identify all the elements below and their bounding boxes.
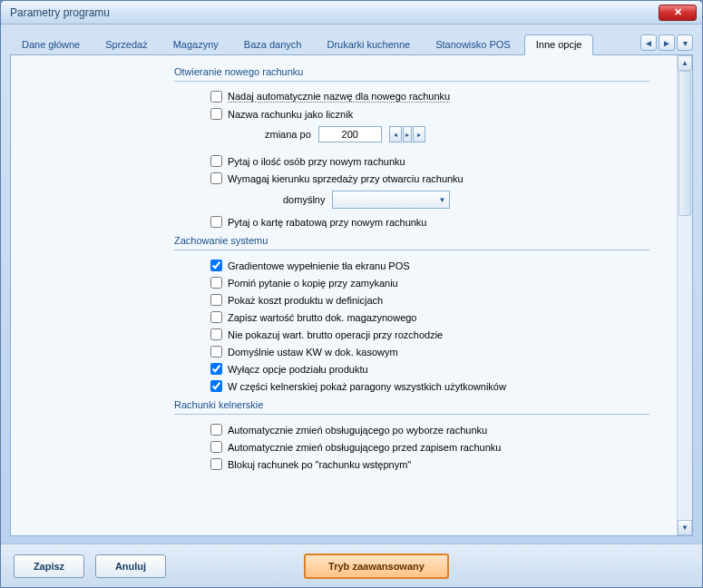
- label-gradient: Gradientowe wypełnienie tła ekranu POS: [228, 260, 410, 271]
- group-open-title: Otwieranie nowego rachunku: [174, 63, 303, 79]
- check-gradient[interactable]: [210, 260, 222, 271]
- window-title: Parametry programu: [10, 6, 659, 19]
- vertical-scrollbar[interactable]: ▲ ▼: [677, 55, 692, 535]
- tab-prev-button[interactable]: ◄: [640, 34, 657, 51]
- label-block-bill: Blokuj rachunek po "rachunku wstępnym": [228, 459, 411, 470]
- tab-nav: ◄ ► ▾: [640, 34, 693, 54]
- scroll-thumb[interactable]: [679, 71, 691, 216]
- spin-mid-button[interactable]: ▸: [403, 126, 412, 142]
- scroll-up-button[interactable]: ▲: [678, 55, 692, 71]
- label-kw-default: Domyślnie ustaw KW w dok. kasowym: [228, 347, 398, 358]
- label-counter-name: Nazwa rachunku jako licznik: [228, 109, 353, 120]
- tab-sprzedaz[interactable]: Sprzedaż: [93, 34, 159, 54]
- check-change-after[interactable]: [210, 424, 222, 436]
- check-block-bill[interactable]: [210, 458, 222, 470]
- close-icon: ✕: [674, 7, 682, 17]
- titlebar: Parametry programu ✕: [1, 1, 702, 24]
- scroll-track[interactable]: [678, 71, 692, 520]
- label-hide-brutto: Nie pokazuj wart. brutto operacji przy r…: [228, 329, 443, 340]
- chevron-left-icon: ◄: [644, 38, 653, 48]
- tab-stanowisko-pos[interactable]: Stanowisko POS: [424, 34, 522, 54]
- triangle-down-icon: ▼: [681, 524, 688, 532]
- chevron-down-icon: ▾: [683, 38, 688, 48]
- check-show-cost[interactable]: [210, 294, 222, 306]
- label-skip-copy: Pomiń pytanie o kopię przy zamykaniu: [228, 278, 398, 289]
- chevron-right-icon: ►: [662, 38, 671, 48]
- triangle-left-icon: ◂: [394, 131, 397, 139]
- check-save-brutto[interactable]: [210, 311, 222, 323]
- label-req-direction: Wymagaj kierunku sprzedaży przy otwarciu…: [228, 173, 464, 184]
- label-auto-name: Nadaj automatycznie nazwę dla nowego rac…: [228, 91, 450, 103]
- label-ask-qty: Pytaj o ilość osób przy nowym rachunku: [228, 156, 405, 167]
- label-default-direction: domyślny: [283, 194, 325, 205]
- label-save-brutto: Zapisz wartość brutto dok. magazynowego: [228, 312, 417, 323]
- label-zmiana-po: zmiana po: [265, 129, 311, 140]
- group-open-bill: Otwieranie nowego rachunku Nadaj automat…: [174, 63, 677, 231]
- check-disable-split[interactable]: [210, 363, 222, 375]
- scroll-down-button[interactable]: ▼: [678, 520, 692, 535]
- dropdown-default-direction[interactable]: ▼: [332, 191, 450, 209]
- check-waiter-receipts[interactable]: [210, 380, 222, 392]
- cancel-button[interactable]: Anuluj: [95, 554, 166, 578]
- save-button[interactable]: Zapisz: [14, 554, 84, 578]
- check-ask-card[interactable]: [210, 216, 222, 228]
- label-show-cost: Pokaż koszt produktu w definicjach: [228, 295, 383, 306]
- check-change-before[interactable]: [210, 441, 222, 453]
- tab-inne-opcje[interactable]: Inne opcje: [524, 34, 594, 55]
- program-parameters-window: Parametry programu ✕ Dane główne Sprzeda…: [0, 0, 703, 588]
- check-kw-default[interactable]: [210, 346, 222, 358]
- group-system-behavior: Zachowanie systemu Gradientowe wypełnien…: [174, 231, 677, 396]
- advanced-mode-button[interactable]: Tryb zaawansowany: [304, 554, 449, 579]
- close-button[interactable]: ✕: [659, 5, 697, 21]
- label-waiter-receipts: W części kelnerskiej pokaż paragony wszy…: [228, 381, 506, 392]
- triangle-small-icon: ▸: [405, 131, 409, 139]
- tab-dropdown-button[interactable]: ▾: [677, 34, 693, 51]
- label-change-before: Automatycznie zmień obsługującego przed …: [228, 442, 501, 453]
- tab-next-button[interactable]: ►: [659, 34, 675, 51]
- tab-magazyny[interactable]: Magazyny: [161, 34, 230, 54]
- footer: Zapisz Anuluj Tryb zaawansowany: [1, 544, 702, 587]
- check-hide-brutto[interactable]: [210, 328, 222, 340]
- tab-dane-glowne[interactable]: Dane główne: [10, 34, 92, 54]
- group-waiter-title: Rachunki kelnerskie: [174, 396, 263, 412]
- check-auto-name[interactable]: [210, 91, 222, 103]
- label-disable-split: Wyłącz opcje podziału produktu: [228, 364, 368, 375]
- spinner-zmiana: ◂ ▸ ▸: [389, 126, 425, 142]
- check-ask-qty[interactable]: [210, 155, 222, 167]
- tab-baza-danych[interactable]: Baza danych: [232, 34, 314, 54]
- group-waiter-bills: Rachunki kelnerskie Automatycznie zmień …: [174, 396, 677, 474]
- content-panel: Otwieranie nowego rachunku Nadaj automat…: [10, 54, 693, 536]
- triangle-right-icon: ▸: [417, 131, 421, 139]
- label-change-after: Automatycznie zmień obsługującego po wyb…: [228, 425, 487, 436]
- tab-drukarki[interactable]: Drukarki kuchenne: [315, 34, 422, 54]
- check-req-direction[interactable]: [210, 172, 222, 184]
- chevron-down-icon: ▼: [439, 196, 446, 204]
- label-ask-card: Pytaj o kartę rabatową przy nowym rachun…: [228, 217, 427, 228]
- check-counter-name[interactable]: [210, 108, 222, 120]
- options-scroll-area: Otwieranie nowego rachunku Nadaj automat…: [11, 55, 677, 535]
- check-skip-copy[interactable]: [210, 277, 222, 289]
- spin-down-button[interactable]: ◂: [389, 126, 402, 142]
- input-zmiana-po[interactable]: [318, 126, 382, 142]
- spin-up-button[interactable]: ▸: [413, 126, 425, 142]
- triangle-up-icon: ▲: [681, 59, 688, 67]
- group-system-title: Zachowanie systemu: [174, 231, 268, 248]
- tab-bar: Dane główne Sprzedaż Magazyny Baza danyc…: [1, 24, 702, 54]
